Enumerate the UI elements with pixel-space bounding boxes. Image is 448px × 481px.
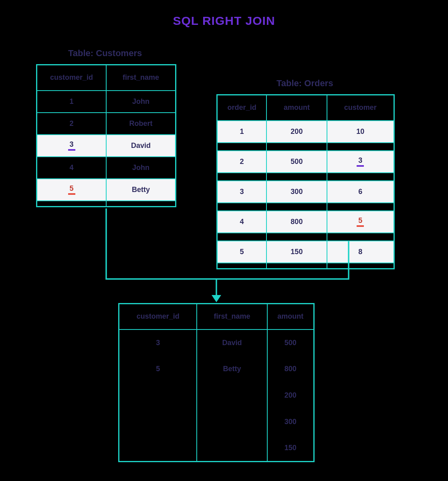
table-row: 300 xyxy=(119,409,314,435)
cell-amount: 300 xyxy=(266,181,327,203)
cell-amount: 500 xyxy=(267,329,314,356)
cell-first-name: Betty xyxy=(197,356,267,382)
table-row: 25003 xyxy=(217,151,394,173)
cell-order-id: 4 xyxy=(217,211,267,233)
col-header: first_name xyxy=(197,304,267,329)
result-table: customer_id first_name amount 3David5005… xyxy=(118,303,315,462)
cell-customer-id xyxy=(119,435,197,462)
table-header-row: customer_id first_name amount xyxy=(119,304,314,329)
cell-amount: 150 xyxy=(266,241,327,263)
cell-customer: 3 xyxy=(327,151,394,173)
table-header-row: order_id amount customer xyxy=(217,95,394,121)
cell-customer-id: 5 xyxy=(119,356,197,382)
col-header: first_name xyxy=(106,65,176,91)
cell-first-name xyxy=(197,435,267,462)
cell-order-id: 5 xyxy=(217,241,267,263)
cell-first-name xyxy=(197,409,267,435)
cell-customer-id xyxy=(119,409,197,435)
cell-amount: 800 xyxy=(266,211,327,233)
cell-customer: 8 xyxy=(327,241,394,263)
table-row: 33006 xyxy=(217,181,394,203)
table-row: 2Robert xyxy=(37,113,176,135)
cell-customer: 5 xyxy=(327,211,394,233)
cell-order-id: 1 xyxy=(217,121,267,143)
cell-customer: 6 xyxy=(327,181,394,203)
cell-customer-id: 2 xyxy=(37,113,107,135)
cell-first-name: John xyxy=(106,157,176,179)
table-header-row: customer_id first_name xyxy=(37,65,176,91)
cell-customer-id: 1 xyxy=(37,91,107,113)
cell-customer-id: 3 xyxy=(37,135,107,157)
cell-order-id: 3 xyxy=(217,181,267,203)
diagram-title: SQL RIGHT JOIN xyxy=(173,14,275,28)
cell-first-name: David xyxy=(106,135,176,157)
table-row: 150 xyxy=(119,435,314,462)
cell-first-name: David xyxy=(197,329,267,356)
cell-amount: 200 xyxy=(266,121,327,143)
cell-amount: 500 xyxy=(266,151,327,173)
table-row: 5Betty800 xyxy=(119,356,314,382)
cell-first-name: Robert xyxy=(106,113,176,135)
cell-order-id: 2 xyxy=(217,151,267,173)
customers-table: customer_id first_name 1John2Robert3Davi… xyxy=(36,64,176,207)
table-row: 120010 xyxy=(217,121,394,143)
cell-customer-id xyxy=(119,382,197,409)
col-header: customer_id xyxy=(119,304,197,329)
cell-amount: 200 xyxy=(267,382,314,409)
table-row: 3David xyxy=(37,135,176,157)
customers-table-label: Table: Customers xyxy=(68,48,142,59)
table-row: 4John xyxy=(37,157,176,179)
col-header: amount xyxy=(266,95,327,121)
table-row: 48005 xyxy=(217,211,394,233)
cell-first-name xyxy=(197,382,267,409)
cell-customer-id: 4 xyxy=(37,157,107,179)
table-row: 1John xyxy=(37,91,176,113)
cell-first-name: Betty xyxy=(106,179,176,201)
table-row: 3David500 xyxy=(119,329,314,356)
col-header: customer_id xyxy=(37,65,107,91)
col-header: customer xyxy=(327,95,394,121)
cell-amount: 300 xyxy=(267,409,314,435)
orders-table-label: Table: Orders xyxy=(276,78,333,89)
cell-customer-id: 3 xyxy=(119,329,197,356)
col-header: order_id xyxy=(217,95,267,121)
table-row: 51508 xyxy=(217,241,394,263)
table-row: 200 xyxy=(119,382,314,409)
cell-first-name: John xyxy=(106,91,176,113)
cell-customer-id: 5 xyxy=(37,179,107,201)
cell-amount: 800 xyxy=(267,356,314,382)
col-header: amount xyxy=(267,304,314,329)
table-row: 5Betty xyxy=(37,179,176,201)
cell-amount: 150 xyxy=(267,435,314,462)
orders-table: order_id amount customer 120010250033300… xyxy=(216,94,395,269)
cell-customer: 10 xyxy=(327,121,394,143)
